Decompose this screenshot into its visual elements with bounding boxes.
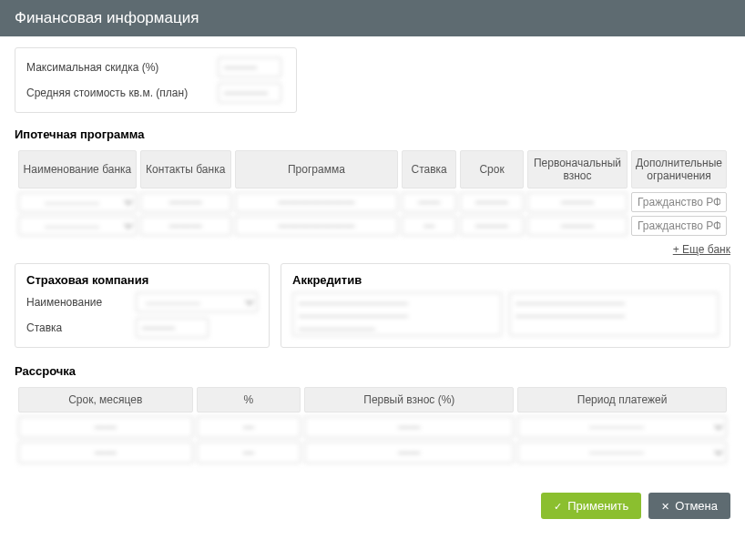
- insurance-title: Страховая компания: [26, 273, 258, 287]
- insurance-name-label: Наименование: [26, 296, 136, 309]
- akkreditiv-title: Аккредитив: [292, 273, 719, 287]
- apply-button[interactable]: Применить: [541, 493, 641, 519]
- mortgage-th-term: Срок: [460, 150, 524, 188]
- cancel-label: Отмена: [675, 499, 718, 513]
- mortgage-title: Ипотечная программа: [15, 127, 730, 141]
- avg-price-input[interactable]: [218, 83, 281, 103]
- installment-row: —————: [18, 442, 727, 463]
- installment-first-input[interactable]: [304, 442, 514, 463]
- installment-percent-input[interactable]: [197, 442, 301, 463]
- installment-period-select[interactable]: —————: [517, 416, 727, 438]
- installment-th-term: Срок, месяцев: [18, 387, 193, 412]
- installment-th-first: Первый взнос (%): [304, 387, 514, 412]
- mortgage-th-program: Программа: [235, 150, 399, 188]
- add-bank-link[interactable]: + Еще банк: [673, 243, 730, 256]
- max-discount-input[interactable]: [218, 57, 281, 77]
- installment-percent-input[interactable]: [197, 416, 301, 438]
- akkreditiv-right-textarea[interactable]: —————————— ——————————: [509, 292, 719, 336]
- mortgage-term-input[interactable]: [460, 192, 524, 212]
- mortgage-rate-input[interactable]: [402, 192, 456, 212]
- mortgage-program-input[interactable]: [235, 216, 399, 236]
- mortgage-th-rate: Ставка: [402, 150, 456, 188]
- installment-th-percent: %: [197, 387, 301, 412]
- page-header: Финансовая информация: [0, 0, 745, 36]
- check-icon: [554, 499, 562, 513]
- installment-title: Рассрочка: [15, 364, 730, 378]
- mortgage-bank-select[interactable]: —————: [18, 216, 137, 236]
- insurance-panel: Страховая компания Наименование ————— Ст…: [15, 263, 270, 348]
- installment-term-input[interactable]: [18, 442, 193, 463]
- akkreditiv-panel: Аккредитив —————————— —————————— ———————…: [281, 263, 730, 348]
- mortgage-row: —————: [18, 216, 727, 236]
- mortgage-deposit-input[interactable]: [527, 192, 628, 212]
- installment-period-select[interactable]: —————: [517, 442, 727, 463]
- actions-bar: Применить Отмена: [0, 478, 745, 534]
- mortgage-bank-select[interactable]: —————: [18, 192, 137, 212]
- mortgage-contacts-input[interactable]: [140, 216, 231, 236]
- max-discount-label: Максимальная скидка (%): [26, 61, 218, 74]
- content: Максимальная скидка (%) Средняя стоимост…: [0, 36, 745, 478]
- mortgage-contacts-input[interactable]: [140, 192, 231, 212]
- mortgage-rate-input[interactable]: [402, 216, 456, 236]
- insurance-name-select[interactable]: —————: [136, 292, 258, 312]
- summary-panel: Максимальная скидка (%) Средняя стоимост…: [15, 47, 297, 113]
- mortgage-restrictions-input[interactable]: [631, 216, 727, 236]
- mortgage-restrictions-input[interactable]: [631, 192, 727, 212]
- insurance-rate-input[interactable]: [136, 318, 209, 338]
- cancel-button[interactable]: Отмена: [648, 493, 730, 519]
- mortgage-term-input[interactable]: [460, 216, 524, 236]
- mortgage-deposit-input[interactable]: [527, 216, 628, 236]
- installment-term-input[interactable]: [18, 416, 193, 438]
- mortgage-table: Наименование банка Контакты банка Програ…: [15, 147, 730, 239]
- installment-row: —————: [18, 416, 727, 438]
- installment-table: Срок, месяцев % Первый взнос (%) Период …: [15, 383, 730, 467]
- mortgage-th-bank: Наименование банка: [18, 150, 137, 188]
- mortgage-program-input[interactable]: [235, 192, 399, 212]
- installment-th-period: Период платежей: [517, 387, 727, 412]
- avg-price-label: Средняя стоимость кв.м. (план): [26, 87, 218, 99]
- mortgage-row: —————: [18, 192, 727, 212]
- mortgage-th-restrictions: Дополнительные ограничения: [631, 150, 727, 188]
- mortgage-th-deposit: Первоначальный взнос: [527, 150, 628, 188]
- mortgage-th-contacts: Контакты банка: [140, 150, 231, 188]
- installment-first-input[interactable]: [304, 416, 514, 438]
- akkreditiv-left-textarea[interactable]: —————————— —————————— ———————: [292, 292, 502, 336]
- insurance-rate-label: Ставка: [26, 321, 136, 334]
- close-icon: [661, 499, 669, 513]
- apply-label: Применить: [567, 499, 628, 513]
- page-title: Финансовая информация: [15, 9, 199, 26]
